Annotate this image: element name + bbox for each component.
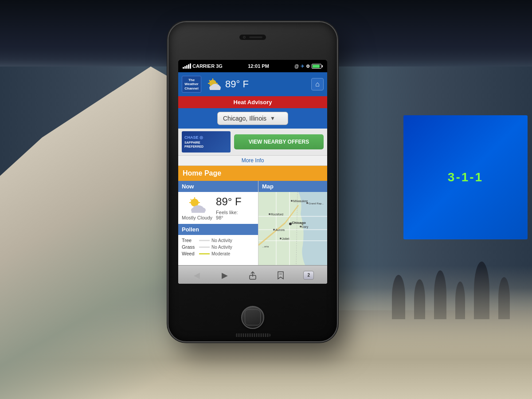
home-button-inner — [245, 309, 261, 325]
people-area — [392, 262, 510, 319]
phone-body: CARRIER 3G 12:01 PM @ ✈ ⚙ — [168, 22, 337, 341]
logo-text-2: Weather — [184, 82, 199, 86]
status-time: 12:01 PM — [248, 63, 269, 69]
pollen-indicator-grass — [199, 246, 210, 248]
status-bar: CARRIER 3G 12:01 PM @ ✈ ⚙ — [178, 60, 327, 72]
phone: CARRIER 3G 12:01 PM @ ✈ ⚙ — [168, 22, 337, 341]
city-dropdown[interactable]: Chicago, Illinois ▼ — [217, 112, 288, 125]
view-offers-button[interactable]: VIEW NEARBY OFFERS — [234, 134, 324, 149]
chase-sub: PREFERRED — [184, 145, 203, 149]
share-button[interactable] — [246, 269, 259, 282]
signal-bar-1 — [183, 67, 184, 69]
home-icon-symbol: ⌂ — [315, 80, 320, 88]
dropdown-arrow-icon: ▼ — [270, 115, 275, 121]
weather-condition: Mostly Cloudy — [182, 215, 212, 220]
signal-bar-5 — [190, 63, 191, 69]
bookmarks-button[interactable] — [274, 269, 287, 282]
more-info-link[interactable]: More Info — [178, 156, 327, 166]
pollen-row-grass: Grass No Activity — [182, 244, 254, 250]
weather-icon-header — [205, 77, 223, 91]
pollen-indicator-tree — [199, 240, 210, 241]
map-svg: Milwaukee Rockford Chicago Aurora Gary J… — [258, 192, 327, 265]
signal-bar-3 — [186, 65, 188, 69]
app-header: The Weather Channel — [178, 72, 327, 96]
pollen-section-body: Tree No Activity Grass No Activity Weed — [178, 235, 258, 260]
city-selector-bar: Chicago, Illinois ▼ — [178, 108, 327, 129]
header-weather: 89° F — [205, 77, 308, 91]
signal-bar-2 — [184, 66, 186, 69]
home-button[interactable] — [241, 306, 264, 329]
now-section-header: Now — [178, 181, 258, 192]
svg-rect-10 — [210, 87, 220, 90]
current-temperature: 89° F — [216, 196, 242, 208]
svg-point-40 — [280, 238, 282, 239]
pollen-level-tree: No Activity — [211, 238, 232, 243]
svg-line-5 — [209, 80, 211, 82]
svg-rect-21 — [192, 209, 205, 213]
svg-text:Joliet: Joliet — [282, 237, 289, 240]
speaker-grille — [249, 36, 262, 38]
svg-text:...oria: ...oria — [262, 245, 269, 248]
airport-display: 3-1-1 — [403, 115, 528, 239]
feels-like: Feels like: 98° — [216, 210, 242, 220]
speaker-slots — [235, 333, 270, 337]
pollen-indicator-weed — [199, 253, 210, 254]
chase-logo: CHASE ◎ — [184, 135, 203, 141]
chase-name: SAPPHIRE — [184, 141, 200, 145]
battery-tip — [322, 65, 323, 67]
location-icon: ✈ — [301, 64, 304, 69]
svg-text:Aurora: Aurora — [275, 228, 285, 231]
phone-screen: CARRIER 3G 12:01 PM @ ✈ ⚙ — [178, 60, 327, 284]
partly-cloudy-icon — [186, 196, 209, 214]
pollen-row-tree: Tree No Activity — [182, 238, 254, 243]
battery-indicator — [312, 64, 323, 69]
person-silhouette — [474, 262, 489, 319]
status-left: CARRIER 3G — [183, 63, 223, 69]
status-right: @ ✈ ⚙ — [294, 64, 323, 69]
homepage-section-label: Home Page — [178, 166, 327, 181]
pollen-level-weed: Moderate — [211, 251, 230, 256]
svg-point-42 — [306, 202, 308, 204]
signal-bars — [183, 63, 191, 69]
person-silhouette — [414, 279, 425, 319]
bookmarks-icon — [276, 271, 285, 280]
home-icon-button[interactable]: ⌂ — [311, 78, 324, 90]
temperature-area: 89° F Feels like: 98° — [216, 196, 242, 220]
safari-toolbar: ◀ ▶ 2 — [178, 265, 327, 284]
pollen-type-grass: Grass — [182, 244, 197, 250]
weather-channel-logo: The Weather Channel — [182, 76, 201, 93]
at-symbol: @ — [294, 64, 299, 69]
logo-text-3: Channel — [184, 86, 199, 91]
content-grid: Now — [178, 181, 327, 265]
pollen-row-weed: Weed Moderate — [182, 251, 254, 256]
forward-button[interactable]: ▶ — [218, 269, 231, 282]
svg-text:Rockford: Rockford — [271, 213, 283, 216]
carrier-label: CARRIER — [192, 63, 215, 69]
share-icon — [248, 271, 257, 280]
header-temperature: 89° F — [225, 78, 249, 90]
back-button[interactable]: ◀ — [190, 269, 203, 282]
ad-banner: CHASE ◎ SAPPHIRE PREFERRED VIEW NEARBY O… — [178, 129, 327, 156]
tabs-button[interactable]: 2 — [302, 269, 315, 282]
pollen-level-grass: No Activity — [211, 245, 232, 250]
battery-fill — [313, 65, 320, 68]
chase-ad-image: CHASE ◎ SAPPHIRE PREFERRED — [182, 131, 231, 153]
heat-advisory-bar: Heat Advisory — [178, 96, 327, 108]
front-camera-area — [239, 35, 266, 40]
camera-dot — [243, 36, 246, 39]
person-silhouette — [498, 277, 510, 319]
settings-icon: ⚙ — [306, 64, 310, 69]
signal-bar-4 — [188, 64, 189, 69]
right-screens: 3-1-1 — [399, 111, 532, 244]
network-label: 3G — [216, 63, 223, 69]
pollen-type-weed: Weed — [182, 251, 197, 256]
svg-point-32 — [269, 213, 270, 215]
svg-text:Chicago: Chicago — [292, 221, 306, 225]
person-silhouette — [392, 275, 405, 319]
now-pollen-column: Now — [178, 181, 258, 265]
svg-text:Milwaukee: Milwaukee — [293, 200, 308, 203]
pollen-section-header: Pollen — [178, 224, 258, 235]
pollen-type-tree: Tree — [182, 238, 197, 243]
person-silhouette — [434, 270, 446, 319]
city-name: Chicago, Illinois — [223, 115, 266, 122]
